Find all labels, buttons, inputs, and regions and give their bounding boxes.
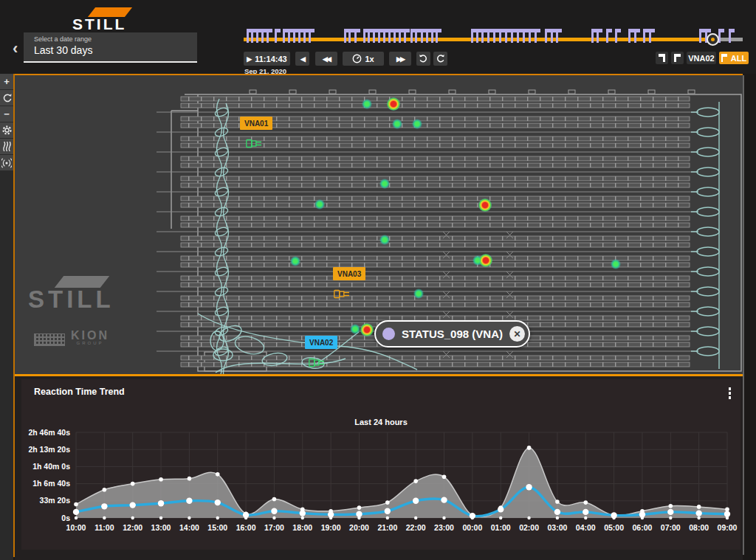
- timeline-event-marker[interactable]: [511, 29, 513, 43]
- timeline-event-marker[interactable]: [551, 29, 553, 43]
- timeline-event-marker[interactable]: [354, 29, 357, 43]
- timeline-event-marker[interactable]: [410, 29, 413, 43]
- timeline-event-marker[interactable]: [348, 29, 351, 43]
- forklift-icon-VNA02[interactable]: [309, 358, 325, 367]
- timeline-event-marker[interactable]: [606, 29, 608, 43]
- chart-menu-button[interactable]: [727, 386, 733, 401]
- heatmap-marker-green[interactable]: [350, 324, 360, 334]
- timeline-event-marker[interactable]: [529, 29, 531, 43]
- timeline-event-marker[interactable]: [487, 29, 489, 43]
- timeline-event-marker[interactable]: [275, 29, 277, 43]
- timeline-event-marker[interactable]: [309, 29, 311, 43]
- timeline-event-marker[interactable]: [643, 29, 645, 43]
- timeline-event-marker[interactable]: [283, 29, 285, 43]
- timeline-event-marker[interactable]: [523, 29, 525, 43]
- timeline-event-marker[interactable]: [628, 29, 630, 43]
- step-back-button[interactable]: ◀: [295, 52, 309, 66]
- vehicle-label-VNA02[interactable]: VNA02: [305, 336, 337, 349]
- timeline-event-marker[interactable]: [388, 29, 391, 43]
- timeline-event-marker[interactable]: [426, 29, 428, 43]
- warehouse-map[interactable]: STILL KION GROUP VNA01VNA03VNA02 STATUS_…: [15, 75, 743, 374]
- timeline-event-marker[interactable]: [431, 29, 433, 43]
- timeline-event-marker[interactable]: [298, 29, 300, 43]
- date-range-select[interactable]: Select a date range Last 30 days: [24, 32, 197, 63]
- timeline-event-marker[interactable]: [421, 29, 423, 43]
- timeline-event-marker[interactable]: [556, 29, 558, 43]
- heatmap-marker-green[interactable]: [362, 99, 372, 109]
- timeline-event-marker[interactable]: [505, 29, 507, 43]
- zoom-out-button[interactable]: −: [0, 106, 13, 122]
- play-button[interactable]: ▶ 11:14:43: [244, 52, 290, 66]
- settings-button[interactable]: [0, 122, 13, 138]
- heatmap-marker-red[interactable]: [387, 97, 400, 111]
- timeline-event-marker[interactable]: [545, 29, 547, 43]
- forklift-icon-VNA01[interactable]: [246, 139, 262, 148]
- y-tick-label: 33m 20s: [40, 496, 71, 505]
- focus-location-button[interactable]: [0, 155, 13, 170]
- timeline-event-marker[interactable]: [499, 29, 501, 43]
- heatmap-marker-green[interactable]: [413, 288, 424, 299]
- vehicle-label-VNA03[interactable]: VNA03: [333, 267, 365, 280]
- forklift-icon-VNA03[interactable]: [334, 289, 350, 299]
- timeline-event-marker[interactable]: [476, 29, 478, 43]
- timeline-event-marker[interactable]: [378, 29, 380, 43]
- tooltip-close-button[interactable]: ✕: [509, 326, 525, 342]
- timeline-event-marker[interactable]: [493, 29, 495, 43]
- timeline-event-marker[interactable]: [399, 29, 401, 43]
- timeline-event-marker[interactable]: [615, 29, 617, 43]
- timeline-event-marker[interactable]: [471, 29, 473, 43]
- scrollbar-track[interactable]: [743, 75, 744, 555]
- vehicle-label-VNA01[interactable]: VNA01: [240, 117, 272, 130]
- next-event-flag-button[interactable]: [671, 52, 684, 64]
- prev-event-flag-button[interactable]: [656, 52, 668, 64]
- timeline-event-marker[interactable]: [261, 29, 264, 43]
- rewind-button[interactable]: ◀◀: [315, 52, 337, 66]
- timeline-event-marker[interactable]: [267, 29, 269, 43]
- timeline-event-marker[interactable]: [394, 29, 396, 43]
- timeline-event-marker[interactable]: [404, 29, 406, 43]
- zoom-in-button[interactable]: +: [0, 74, 13, 89]
- timeline-event-marker[interactable]: [436, 29, 438, 43]
- playback-speed-button[interactable]: 1x: [343, 52, 384, 66]
- heatmap-marker-green[interactable]: [379, 235, 390, 245]
- timeline-event-marker[interactable]: [591, 29, 594, 43]
- timeline-event-marker[interactable]: [597, 29, 599, 43]
- timeline-event-marker[interactable]: [415, 29, 417, 43]
- timeline-event-marker[interactable]: [535, 29, 537, 43]
- timeline-event-marker[interactable]: [649, 29, 651, 43]
- all-vehicles-filter-button[interactable]: ALL: [719, 52, 749, 64]
- rotate-map-button[interactable]: [0, 90, 13, 106]
- collapse-panel-chevron-icon[interactable]: ‹: [13, 39, 18, 58]
- heatmap-marker-red[interactable]: [478, 198, 492, 212]
- timeline-event-marker[interactable]: [293, 29, 295, 43]
- fast-forward-button[interactable]: ▶▶: [389, 52, 411, 66]
- timeline-event-marker[interactable]: [303, 29, 306, 43]
- heatmap-marker-green[interactable]: [611, 259, 621, 269]
- timeline-event-marker[interactable]: [517, 29, 519, 43]
- timeline-event-marker[interactable]: [373, 29, 375, 43]
- heatmap-marker-red[interactable]: [360, 323, 374, 336]
- timeline-event-marker[interactable]: [251, 29, 253, 43]
- heatmap-marker-green[interactable]: [290, 256, 300, 266]
- heatmap-toggle-button[interactable]: [0, 139, 13, 154]
- timeline-event-marker[interactable]: [256, 29, 258, 43]
- timeline-event-marker[interactable]: [383, 29, 385, 43]
- timeline-event-marker[interactable]: [481, 29, 484, 43]
- undo-loop-button[interactable]: [416, 52, 430, 66]
- timeline-scrubber-handle[interactable]: [707, 33, 719, 46]
- timeline-event-marker[interactable]: [634, 29, 636, 43]
- timeline-event-marker[interactable]: [344, 29, 346, 43]
- timeline-event-marker[interactable]: [699, 29, 701, 43]
- timeline-event-marker[interactable]: [729, 29, 731, 43]
- redo-loop-button[interactable]: [433, 52, 447, 66]
- timeline-event-marker[interactable]: [247, 29, 249, 43]
- timeline-event-marker[interactable]: [288, 29, 290, 43]
- heatmap-marker-green[interactable]: [315, 199, 325, 210]
- heatmap-marker-red[interactable]: [479, 254, 492, 267]
- heatmap-marker-green[interactable]: [412, 119, 422, 129]
- heatmap-marker-green[interactable]: [379, 179, 390, 189]
- heatmap-marker-green[interactable]: [392, 119, 402, 129]
- timeline-event-marker[interactable]: [363, 29, 365, 43]
- timeline-event-marker[interactable]: [368, 29, 370, 43]
- vehicle-filter-button[interactable]: VNA02: [687, 52, 716, 64]
